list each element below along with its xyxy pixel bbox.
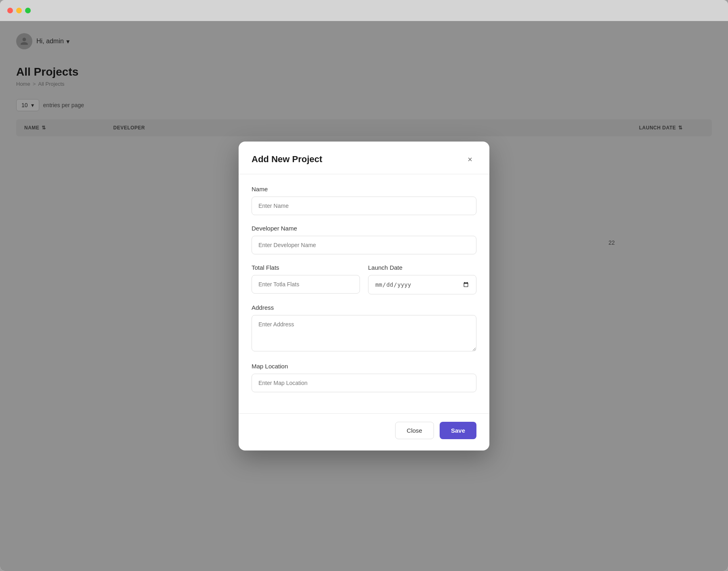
modal-overlay: Add New Project × Name Developer Name To…	[0, 21, 728, 571]
minimize-traffic-light[interactable]	[16, 8, 22, 13]
launch-date-input[interactable]	[368, 275, 476, 294]
map-location-label: Map Location	[252, 363, 476, 370]
map-location-input[interactable]	[252, 374, 476, 392]
save-button[interactable]: Save	[440, 422, 476, 439]
modal-title: Add New Project	[252, 154, 322, 165]
launch-date-label: Launch Date	[368, 264, 476, 271]
address-field-group: Address	[252, 304, 476, 353]
developer-name-label: Developer Name	[252, 225, 476, 232]
close-traffic-light[interactable]	[7, 8, 13, 13]
developer-name-input[interactable]	[252, 236, 476, 254]
name-input[interactable]	[252, 197, 476, 215]
name-label: Name	[252, 186, 476, 192]
maximize-traffic-light[interactable]	[25, 8, 31, 13]
launch-date-field-group: Launch Date	[368, 264, 476, 294]
address-label: Address	[252, 304, 476, 311]
modal-header: Add New Project ×	[239, 142, 489, 174]
developer-name-field-group: Developer Name	[252, 225, 476, 254]
total-flats-input[interactable]	[252, 275, 360, 294]
map-location-field-group: Map Location	[252, 363, 476, 392]
app-window: Hi, admin ▾ All Projects Home > All Proj…	[0, 0, 728, 571]
title-bar	[0, 0, 728, 21]
total-flats-field-group: Total Flats	[252, 264, 360, 294]
address-input[interactable]	[252, 315, 476, 351]
flats-date-row: Total Flats Launch Date	[252, 264, 476, 304]
close-button[interactable]: Close	[395, 422, 434, 439]
modal-body: Name Developer Name Total Flats Launch D…	[239, 174, 489, 413]
total-flats-label: Total Flats	[252, 264, 360, 271]
add-project-modal: Add New Project × Name Developer Name To…	[239, 142, 489, 450]
name-field-group: Name	[252, 186, 476, 215]
modal-close-button[interactable]: ×	[463, 153, 476, 166]
modal-footer: Close Save	[239, 413, 489, 450]
